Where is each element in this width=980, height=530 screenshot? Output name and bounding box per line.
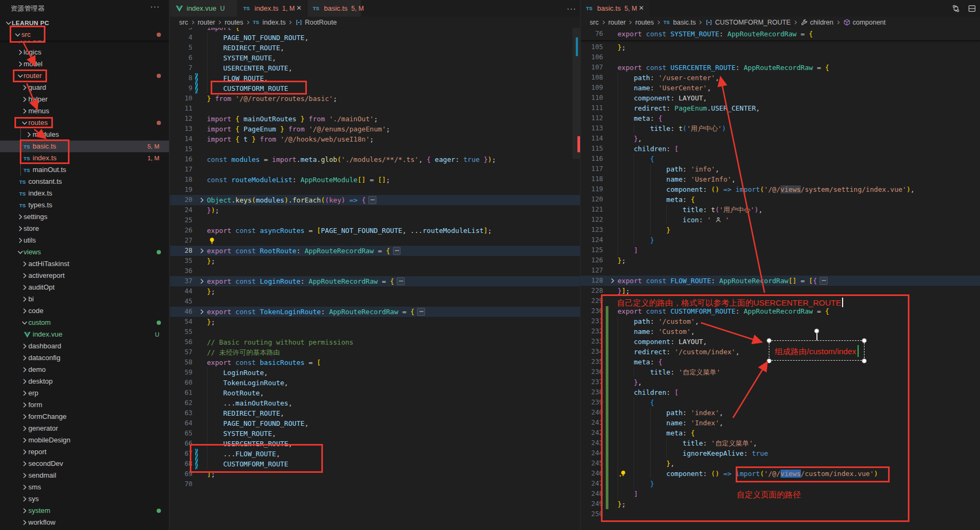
code-line[interactable]: 16const modules = import.meta.glob('./mo… [170,154,580,165]
code-line[interactable]: 55 [170,327,580,337]
code-line[interactable]: 128export const FLOW_ROUTE: AppRouteReco… [581,276,980,286]
code-line[interactable]: 64 PAGE_NOT_FOUND_ROUTE, [170,418,580,428]
folded-ellipsis[interactable]: ⋯ [417,308,425,316]
code-line[interactable]: 126}; [581,255,980,266]
breadcrumb-item-routes[interactable]: routes [635,19,654,26]
tree-item-seconddev[interactable]: secondDev [0,458,169,470]
code-line[interactable]: 36 [170,266,580,276]
code-line[interactable]: 122 icon: ' ' [581,215,980,225]
code-line[interactable]: 10} from '/@/router/routes/basic'; [170,93,580,104]
close-icon[interactable]: ✕ [295,4,303,13]
tree-item-router[interactable]: router [0,70,169,82]
code-line[interactable]: 230export const CUSTOMFORM_ROUTE: AppRou… [581,306,980,316]
code-line[interactable]: 57// 未经许可的基本路由 [170,347,580,357]
code-line[interactable]: 9 CUSTOMFORM_ROUTE [170,83,580,93]
breadcrumb-item-router[interactable]: router [198,19,215,26]
code-line[interactable]: 19 [170,185,580,195]
tree-item-dataconfig[interactable]: dataconfig [0,352,169,364]
more-icon[interactable]: ··· [149,0,161,14]
code-line[interactable]: 12import { mainOutRoutes } from './mainO… [170,114,580,124]
code-line[interactable]: 110 component: LAYOUT, [581,93,980,103]
code-line[interactable]: 105}; [581,42,980,52]
fold-chevron-icon[interactable] [198,277,206,285]
folded-ellipsis[interactable]: ⋯ [397,277,405,285]
breadcrumb-item-RootRoute[interactable]: RootRoute [295,19,337,26]
tree-item-index.vue[interactable]: index.vueU [0,329,169,340]
code-line[interactable]: 24}); [170,205,580,215]
code-line[interactable]: 65 SYSTEM_ROUTE, [170,428,580,439]
tree-item-logics[interactable]: logics [0,46,169,58]
tree-item-sendmail[interactable]: sendmail [0,470,169,481]
code-line[interactable]: 13import { PageEnum } from '/@/enums/pag… [170,124,580,134]
fold-chevron-icon[interactable] [608,277,616,285]
code-line[interactable]: 241 name: 'Index', [581,418,980,428]
overview-ruler[interactable] [573,0,580,530]
code-line[interactable]: 114 }, [581,134,980,144]
folded-ellipsis[interactable]: ⋯ [368,196,376,204]
code-line[interactable]: 70 [170,479,580,489]
code-line[interactable]: 7 USERCENTER_ROUTE, [170,63,580,73]
code-line[interactable]: 68 CUSTOMFORM_ROUTE [170,459,580,469]
code-line[interactable]: 35}; [170,256,580,266]
code-line[interactable]: 112 meta: { [581,113,980,123]
code-line[interactable]: 106 [581,52,980,63]
code-line[interactable]: 127 [581,266,980,276]
code-line[interactable]: 15 [170,144,580,154]
tree-item-dashboard[interactable]: dashboard [0,340,169,352]
tree-item-erp[interactable]: erp [0,387,169,399]
code-line[interactable]: 61 RootRoute, [170,388,580,398]
code-line[interactable]: 117 path: 'info', [581,164,980,174]
tree-item-src[interactable]: src [0,29,169,41]
tree-item-system[interactable]: system [0,505,169,517]
tree-item-store[interactable]: store [0,223,169,235]
tree-item-routes[interactable]: routes [0,117,169,129]
code-line[interactable]: 120 meta: { [581,194,980,205]
breadcrumb-item-children[interactable]: children [800,19,834,26]
breadcrumb-item-router[interactable]: router [608,19,626,26]
tree-item-index.ts[interactable]: TSindex.ts [0,188,169,199]
code-line[interactable]: 249}; [581,499,980,509]
tree-item-generator[interactable]: generator [0,423,169,434]
code-line[interactable]: 250 [581,509,980,519]
tree-item-mainout.ts[interactable]: TSmainOut.ts [0,164,169,176]
breadcrumb-item-basic.ts[interactable]: TSbasic.ts [663,19,696,26]
code-line[interactable]: 231 path: '/custom', [581,316,980,326]
code-line[interactable]: 229 [581,296,980,306]
code-editor-basic-ts[interactable]: 104 ]105};106107export const USERCENTER_… [581,0,980,530]
tree-item-form[interactable]: form [0,399,169,411]
folded-ellipsis[interactable]: ⋯ [820,277,828,285]
fold-chevron-icon[interactable] [198,196,206,204]
code-line[interactable]: 109 name: 'UserCenter', [581,83,980,93]
breadcrumb-item-routes[interactable]: routes [225,19,243,26]
lightbulb-icon[interactable] [208,237,216,245]
fold-chevron-icon[interactable] [198,308,206,316]
tree-item-types.ts[interactable]: TStypes.ts [0,199,169,211]
code-line[interactable]: 119 component: () => import('/@/views/sy… [581,184,980,194]
code-line[interactable]: 235 meta: { [581,357,980,367]
code-line[interactable]: 247 } [581,479,980,489]
tree-item-index.ts[interactable]: TSindex.ts1, M [0,152,169,164]
more-icon[interactable]: ··· [566,3,577,14]
tree-item-mobiledesign[interactable]: mobileDesign [0,434,169,446]
code-line[interactable]: 113 title: t('用户中心') [581,123,980,134]
breadcrumb-item-CUSTOMFORM_ROUTE[interactable]: CUSTOMFORM_ROUTE [705,19,790,26]
tree-item-auditopt[interactable]: auditOpt [0,282,169,293]
tree-item-helper[interactable]: helper [0,93,169,105]
code-line[interactable]: 25 [170,215,580,225]
code-line[interactable]: 46export const TokenLoginRoute: AppRoute… [170,307,580,317]
code-line[interactable]: 63 REDIRECT_ROUTE, [170,408,580,418]
breadcrumb-item-src[interactable]: src [590,19,599,26]
code-line[interactable]: 66 USERCENTER_ROUTE, [170,439,580,449]
tree-item-model[interactable]: model [0,58,169,70]
code-line[interactable]: 233 component: LAYOUT, [581,337,980,347]
folded-ellipsis[interactable]: ⋯ [393,247,401,255]
tree-item-activereport[interactable]: activereport [0,270,169,282]
tree-item-report[interactable]: report [0,446,169,458]
code-line[interactable]: 124 } [581,235,980,245]
split-editor-icon[interactable] [967,3,977,14]
code-line[interactable]: 58export const basicRoutes = [ [170,357,580,368]
code-line[interactable]: 236 title: '自定义菜单' [581,367,980,377]
code-line[interactable]: 116 { [581,154,980,164]
tree-item-sys[interactable]: sys [0,493,169,505]
code-line[interactable]: 17 [170,165,580,175]
